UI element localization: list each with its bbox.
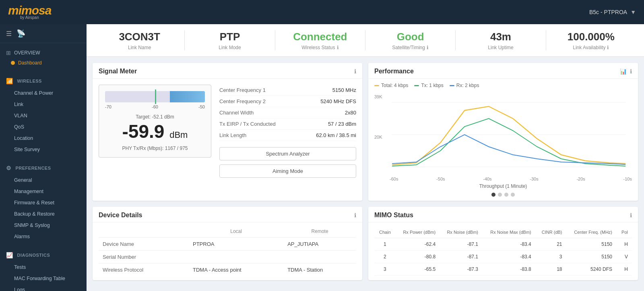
- x-label-40s: -40s: [483, 177, 491, 181]
- sidebar-item-link[interactable]: Link: [0, 99, 87, 110]
- sidebar-item-alarms[interactable]: Alarms: [0, 231, 87, 242]
- sidebar-item-logs[interactable]: Logs: [0, 284, 87, 291]
- sidebar-item-management[interactable]: Management: [0, 186, 87, 197]
- mimo-rx-power-0: -62.4: [396, 238, 440, 251]
- sidebar-item-snmp-syslog[interactable]: SNMP & Syslog: [0, 220, 87, 231]
- header-right: B5c - PTPROA ▼: [589, 9, 636, 15]
- device-row-0: Device Name PTPROA AP_JUTIAPA: [99, 238, 356, 251]
- device-row-1: Serial Number: [99, 251, 356, 264]
- mimo-rx-power-2: -65.5: [396, 263, 440, 276]
- mimo-row-2: 3 -65.5 -87.3 -83.8 18 5240 DFS H: [374, 263, 632, 276]
- mimo-rx-noise-0: -87.1: [440, 238, 482, 251]
- stat-satellite-timing: Good Satellite/Timing ℹ: [365, 31, 455, 50]
- mimo-table-head: Chain Rx Power (dBm) Rx Noise (dBm) Rx N…: [374, 227, 632, 238]
- device-details-info-icon[interactable]: ℹ: [354, 212, 356, 218]
- device-local-2: TDMA - Access point: [189, 264, 283, 276]
- chart-title: Throughput (1 Minute): [368, 181, 638, 191]
- stat-wireless-status-value: Connected: [275, 31, 365, 43]
- logo-area: mimosa by Airspan: [8, 4, 51, 20]
- x-label-50s: -50s: [436, 177, 445, 181]
- diagnostics-label: DIAGNOSTICS: [17, 253, 50, 258]
- mimo-pol-2: H: [616, 263, 632, 276]
- satellite-timing-info-icon[interactable]: ℹ: [427, 45, 429, 50]
- stat-link-uptime-value: 43m: [456, 31, 545, 43]
- stats-bar: 3CON3T Link Name PTP Link Mode Connected…: [87, 24, 644, 57]
- preferences-icon: ⚙: [6, 165, 12, 171]
- sidebar-item-tests[interactable]: Tests: [0, 262, 87, 273]
- link-availability-info-icon[interactable]: ℹ: [607, 45, 609, 50]
- sidebar-item-overview[interactable]: OVERVIEW: [14, 50, 40, 56]
- wireless-header: 📶 WIRELESS: [0, 75, 87, 87]
- legend-total: Total: 4 kbps: [374, 83, 408, 88]
- mimo-rx-noise-2: -87.3: [440, 263, 482, 276]
- sidebar-item-vlan[interactable]: VLAN: [0, 110, 87, 121]
- wireless-status-info-icon[interactable]: ℹ: [337, 45, 339, 50]
- device-details-card: Device Details ℹ Local Remote: [93, 207, 362, 280]
- stat-wireless-status: Connected Wireless Status ℹ: [275, 31, 365, 50]
- sidebar-item-backup-restore[interactable]: Backup & Restore: [0, 208, 87, 220]
- legend-tx: Tx: 1 kbps: [414, 83, 443, 88]
- sidebar-item-firmware-reset[interactable]: Firmware & Reset: [0, 197, 87, 208]
- signal-row-4: Link Length 62.0 km / 38.5 mi: [219, 130, 356, 141]
- legend-total-dot: [374, 85, 379, 86]
- preferences-label: PREFERENCES: [16, 166, 51, 170]
- mimo-cinr-2: 18: [535, 263, 566, 276]
- mimo-col-pol: Pol: [616, 227, 632, 238]
- device-details-body: Local Remote Device Name PTPROA AP_JUTIA…: [93, 222, 362, 280]
- stat-link-name-label: Link Name: [95, 45, 184, 50]
- sidebar-item-site-survey[interactable]: Site Survey: [0, 144, 87, 155]
- diagnostics-icon: 📈: [6, 252, 13, 258]
- dropdown-icon[interactable]: ▼: [630, 9, 636, 15]
- mimo-header-row: Chain Rx Power (dBm) Rx Noise (dBm) Rx N…: [374, 227, 632, 238]
- signal-row-3: Tx EIRP / Tx Conducted 57 / 23 dBm: [219, 118, 356, 130]
- dashboard-item[interactable]: Dashboard: [0, 58, 87, 68]
- mimo-pol-1: V: [616, 251, 632, 263]
- device-remote-1: [283, 251, 356, 264]
- mimo-cinr-0: 21: [535, 238, 566, 251]
- gauge-fill: [170, 91, 205, 102]
- spectrum-analyzer-button[interactable]: Spectrum Analyzer: [219, 147, 356, 160]
- sidebar-item-qos[interactable]: QoS: [0, 121, 87, 133]
- mimo-rx-power-1: -80.8: [396, 251, 440, 263]
- device-row-2: Wireless Protocol TDMA - Access point TD…: [99, 264, 356, 276]
- device-field-1: Serial Number: [99, 251, 189, 264]
- mimo-row-1: 2 -80.8 -87.1 -83.4 3 5150 V: [374, 251, 632, 263]
- chart-x-axis: -60s -50s -40s -30s -20s -10s: [374, 177, 632, 181]
- sidebar-item-general[interactable]: General: [0, 175, 87, 186]
- sidebar-section-wireless: 📶 WIRELESS Channel & Power Link VLAN QoS…: [0, 71, 87, 158]
- mimo-rx-noise-max-0: -83.4: [482, 238, 535, 251]
- chart-dot-1[interactable]: [491, 193, 495, 197]
- mimo-col-rx-noise: Rx Noise (dBm): [440, 227, 482, 238]
- legend-tx-label: Tx: 1 kbps: [421, 83, 443, 88]
- legend-tx-dot: [414, 85, 419, 86]
- performance-chart-icon[interactable]: 📊: [620, 68, 627, 75]
- signal-meter-header: Signal Meter ℹ: [93, 63, 362, 79]
- device-field-2: Wireless Protocol: [99, 264, 189, 276]
- chart-dot-4[interactable]: [511, 193, 515, 197]
- chart-y-axis: 39K 20K: [374, 94, 382, 175]
- device-field-0: Device Name: [99, 238, 189, 251]
- performance-info-icon[interactable]: ℹ: [630, 68, 632, 75]
- sidebar-item-dashboard[interactable]: Dashboard: [18, 60, 42, 66]
- chart-wrapper: 39K 20K: [374, 94, 632, 175]
- sidebar-item-channel-power[interactable]: Channel & Power: [0, 87, 87, 99]
- performance-title: Performance: [374, 68, 414, 75]
- x-label-20s: -20s: [576, 177, 585, 181]
- aiming-mode-button[interactable]: Aiming Mode: [219, 164, 356, 178]
- sidebar-section-diagnostics: 📈 DIAGNOSTICS Tests MAC Forwarding Table…: [0, 245, 87, 291]
- mimo-row-0: 1 -62.4 -87.1 -83.4 21 5150 H: [374, 238, 632, 251]
- sidebar-item-location[interactable]: Location: [0, 133, 87, 144]
- stat-link-name: 3CON3T Link Name: [95, 31, 184, 50]
- hamburger-icon[interactable]: ☰: [6, 30, 12, 37]
- device-label[interactable]: B5c - PTPROA: [589, 9, 627, 15]
- chart-dot-3[interactable]: [504, 193, 508, 197]
- chart-dot-2[interactable]: [498, 193, 502, 197]
- signal-meter-info-icon[interactable]: ℹ: [354, 68, 356, 75]
- sidebar-item-mac-forwarding[interactable]: MAC Forwarding Table: [0, 273, 87, 284]
- stat-link-mode-label: Link Mode: [185, 45, 275, 50]
- performance-header-icons: 📊 ℹ: [620, 68, 632, 75]
- col-local: Local: [189, 227, 283, 238]
- mimo-status-body: Chain Rx Power (dBm) Rx Noise (dBm) Rx N…: [368, 222, 638, 280]
- mimo-col-rx-power: Rx Power (dBm): [396, 227, 440, 238]
- mimo-status-info-icon[interactable]: ℹ: [630, 212, 632, 218]
